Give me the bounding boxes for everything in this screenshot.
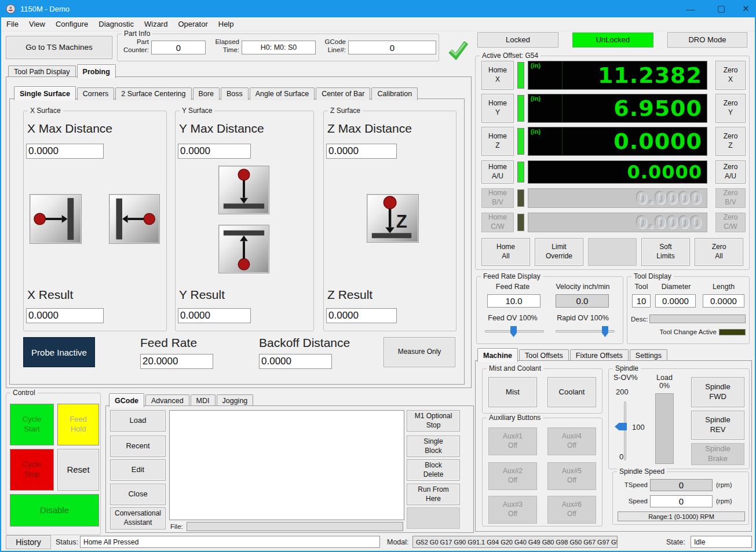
tool-number-field[interactable]: 10 xyxy=(632,294,651,308)
disable-button[interactable]: Disable xyxy=(10,494,99,527)
aux2-button[interactable]: Aux#2Off xyxy=(488,462,537,490)
gcode-text-area[interactable] xyxy=(169,410,404,520)
x-max-distance-field[interactable]: 0.0000 xyxy=(26,144,104,159)
probe-feed-rate-field[interactable]: 20.0000 xyxy=(140,354,213,369)
zero-all-button[interactable]: ZeroAll xyxy=(695,238,743,266)
cycle-stop-button[interactable]: CycleStop xyxy=(10,449,54,491)
probing-tab-angle-of-surface[interactable]: Angle of Surface xyxy=(250,87,315,100)
menu-diagnostic[interactable]: Diagnostic xyxy=(93,18,139,30)
probing-tab-boss[interactable]: Boss xyxy=(221,87,249,100)
soft-limits-button[interactable]: SoftLimits xyxy=(641,238,690,266)
sov-mid-label: 100 xyxy=(632,423,645,432)
probe-y-plus-button[interactable] xyxy=(218,225,269,273)
goto-ts-machines-button[interactable]: Go to TS Machines xyxy=(6,36,112,59)
z-surface-group: Z Surface Z Max Distance 0.0000 Z Z Resu… xyxy=(323,111,456,331)
backoff-distance-field[interactable]: 0.0000 xyxy=(259,354,332,369)
zero-x-button[interactable]: ZeroX xyxy=(715,61,746,90)
probing-tab-center-of-bar[interactable]: Center of Bar xyxy=(316,87,370,100)
rapid-ov-slider-thumb[interactable] xyxy=(602,326,608,337)
spindle-rev-button[interactable]: SpindleREV xyxy=(691,411,744,440)
menu-configure[interactable]: Configure xyxy=(50,18,93,30)
spindle-brake-button[interactable]: SpindleBrake xyxy=(691,443,744,465)
mist-button[interactable]: Mist xyxy=(488,377,537,407)
sov-slider-thumb[interactable] xyxy=(615,423,627,430)
cycle-start-button[interactable]: CycleStart xyxy=(10,404,54,445)
menu-wizard[interactable]: Wizard xyxy=(139,18,173,30)
status-field: Home All Pressed xyxy=(80,536,380,548)
backoff-distance-label: Backoff Distance xyxy=(259,336,350,350)
tab-gcode[interactable]: GCode xyxy=(109,393,144,407)
probe-y-minus-icon xyxy=(219,166,269,214)
home-bv-button[interactable]: HomeB/V xyxy=(481,188,514,208)
limit-override-button[interactable]: LimitOverride xyxy=(535,238,583,266)
menu-help[interactable]: Help xyxy=(213,18,239,30)
unlocked-button[interactable]: UnLocked xyxy=(572,32,653,47)
probing-tab-2-surface-centering[interactable]: 2 Surface Centering xyxy=(115,87,191,100)
close-gcode-button[interactable]: Close xyxy=(110,484,166,505)
z-max-distance-field[interactable]: 0.0000 xyxy=(326,144,397,159)
probing-tab-bore[interactable]: Bore xyxy=(193,87,220,100)
home-x-button[interactable]: HomeX xyxy=(481,61,514,90)
aux4-button[interactable]: Aux#4Off xyxy=(547,427,596,455)
aux3-button[interactable]: Aux#3Off xyxy=(488,496,537,524)
aux5-button[interactable]: Aux#5Off xyxy=(547,462,596,490)
probe-x-plus-button[interactable] xyxy=(30,194,82,244)
home-z-button[interactable]: HomeZ xyxy=(481,127,514,156)
edit-button[interactable]: Edit xyxy=(110,459,166,481)
menu-file[interactable]: File xyxy=(1,18,24,30)
history-button[interactable]: History xyxy=(6,535,51,549)
control-group: Control CycleStart FeedHold CycleStop Re… xyxy=(6,393,101,535)
home-cw-button[interactable]: HomeC/W xyxy=(481,213,514,232)
measure-only-button[interactable]: Measure Only xyxy=(384,337,455,367)
menu-operator[interactable]: Operator xyxy=(173,18,213,30)
menu-view[interactable]: View xyxy=(24,18,50,30)
probing-tab-single-surface[interactable]: Single Surface xyxy=(14,86,76,100)
m1-optional-stop-button[interactable]: M1 OptionalStop xyxy=(407,410,460,432)
zero-cw-button[interactable]: ZeroC/W xyxy=(715,213,746,232)
sov-slider-track[interactable] xyxy=(624,401,626,460)
recent-button[interactable]: Recent xyxy=(110,436,166,457)
locked-button[interactable]: Locked xyxy=(477,32,558,47)
aux6-button[interactable]: Aux#6Off xyxy=(547,496,596,524)
coolant-button[interactable]: Coolant xyxy=(547,377,596,407)
feed-ov-label: Feed OV 100% xyxy=(483,314,543,322)
reset-button[interactable]: Reset xyxy=(57,449,99,491)
run-from-here-button[interactable]: Run FromHere xyxy=(407,484,460,505)
speed-field[interactable]: 0 xyxy=(650,495,713,507)
tool-change-active-indicator xyxy=(719,329,746,335)
probe-feed-rate-label: Feed Rate xyxy=(140,336,197,350)
dro-mode-button[interactable]: DRO Mode xyxy=(667,32,747,47)
home-y-button[interactable]: HomeY xyxy=(481,94,514,123)
spindle-fwd-button[interactable]: SpindleFWD xyxy=(691,377,744,407)
probing-tab-calibration[interactable]: Calibration xyxy=(371,87,418,100)
feed-hold-button[interactable]: FeedHold xyxy=(57,404,99,445)
probe-y-minus-button[interactable] xyxy=(218,166,269,214)
home-all-button[interactable]: HomeAll xyxy=(481,238,530,266)
probe-z-minus-button[interactable]: Z xyxy=(367,194,419,243)
close-button[interactable]: ✕ xyxy=(735,0,756,17)
conversational-assistant-button[interactable]: ConversationalAssistant xyxy=(110,507,166,529)
block-delete-button[interactable]: BlockDelete xyxy=(407,459,460,481)
home-au-button[interactable]: HomeA/U xyxy=(481,160,514,184)
tab-machine[interactable]: Machine xyxy=(477,348,518,362)
feed-rate-field[interactable]: 10.0 xyxy=(487,294,540,308)
spindle-load-bar xyxy=(655,393,674,464)
feed-ov-slider-thumb[interactable] xyxy=(510,326,517,337)
y-max-distance-field[interactable]: 0.0000 xyxy=(178,144,251,159)
sov-min-label: 0 xyxy=(619,452,623,461)
single-block-button[interactable]: SingleBlock xyxy=(407,436,460,457)
maximize-button[interactable]: ▢ xyxy=(708,0,734,17)
tab-probing[interactable]: Probing xyxy=(77,64,116,78)
y-homed-indicator xyxy=(517,95,524,122)
zero-au-button[interactable]: ZeroA/U xyxy=(715,160,746,184)
titlebar: 1150M - Demo — ▢ ✕ xyxy=(1,0,755,17)
aux1-button[interactable]: Aux#1Off xyxy=(488,427,537,455)
zero-z-button[interactable]: ZeroZ xyxy=(715,127,746,156)
minimize-button[interactable]: — xyxy=(678,0,703,17)
probing-tab-corners[interactable]: Corners xyxy=(77,87,114,100)
load-button[interactable]: Load xyxy=(110,410,166,432)
probe-x-minus-button[interactable] xyxy=(109,194,160,244)
zero-bv-button[interactable]: ZeroB/V xyxy=(715,188,746,208)
zero-y-button[interactable]: ZeroY xyxy=(715,94,746,123)
menubar: File View Configure Diagnostic Wizard Op… xyxy=(1,17,755,31)
